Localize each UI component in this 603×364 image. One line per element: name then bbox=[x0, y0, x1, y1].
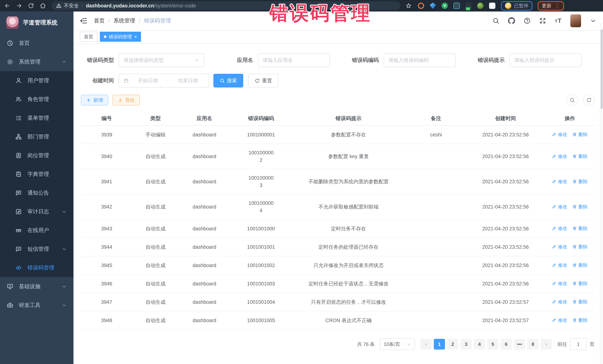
date-range-picker[interactable]: 开始日期 - 结束日期 bbox=[119, 74, 209, 88]
edit-link[interactable]: 修改 bbox=[552, 243, 567, 250]
sidebar-item-2[interactable]: 用户管理 bbox=[0, 71, 73, 90]
search-icon[interactable] bbox=[492, 17, 499, 24]
user-avatar[interactable] bbox=[570, 14, 581, 27]
sidebar-item-0[interactable]: 首页 bbox=[0, 34, 73, 53]
cell-code: 1001001005 bbox=[230, 311, 292, 330]
sidebar-item-7[interactable]: 字典管理 bbox=[0, 165, 73, 184]
delete-link[interactable]: 删除 bbox=[572, 280, 588, 287]
cell-remark bbox=[405, 293, 467, 311]
page-button-1[interactable]: 1 bbox=[434, 339, 445, 350]
cell-remark bbox=[405, 256, 467, 275]
edit-link[interactable]: 修改 bbox=[552, 153, 567, 160]
delete-link[interactable]: 删除 bbox=[572, 316, 588, 324]
sidebar-item-1[interactable]: 系统管理 bbox=[0, 53, 73, 71]
bookmark-star-icon[interactable] bbox=[406, 3, 412, 9]
sidebar-item-10[interactable]: 在线用户 bbox=[0, 221, 73, 240]
delete-link[interactable]: 删除 bbox=[572, 131, 588, 138]
extension-icon-3[interactable]: V bbox=[441, 3, 448, 9]
tab-1[interactable]: 错误码管理× bbox=[100, 32, 141, 42]
date-end[interactable]: 结束日期 bbox=[172, 77, 204, 84]
delete-link[interactable]: 删除 bbox=[572, 298, 588, 305]
page-button-•••[interactable]: ••• bbox=[514, 339, 525, 350]
breadcrumb-item[interactable]: 首页 bbox=[94, 17, 105, 24]
paused-badge[interactable]: 已暂停 bbox=[501, 1, 533, 11]
export-button[interactable]: 导出 bbox=[113, 95, 140, 105]
delete-link[interactable]: 删除 bbox=[572, 243, 588, 250]
date-start[interactable]: 开始日期 bbox=[132, 77, 164, 84]
edit-link[interactable]: 修改 bbox=[552, 131, 567, 138]
delete-link[interactable]: 删除 bbox=[572, 153, 588, 160]
page-scrollbar[interactable] bbox=[600, 23, 603, 364]
cell-id: 3946 bbox=[81, 275, 132, 293]
refresh-table-button[interactable] bbox=[583, 94, 595, 106]
next-page-button[interactable]: › bbox=[541, 339, 552, 350]
kebab-menu-icon[interactable]: ⋮ bbox=[554, 3, 560, 9]
sidebar-item-11[interactable]: 短信管理 bbox=[0, 240, 73, 258]
edit-link[interactable]: 修改 bbox=[552, 261, 567, 269]
app-name-input[interactable] bbox=[263, 57, 325, 63]
cell-msg: 定时任务已经处于该状态，无需修改 bbox=[292, 275, 405, 293]
error-msg-input[interactable] bbox=[514, 57, 577, 63]
sidebar-item-4[interactable]: 菜单管理 bbox=[0, 109, 73, 127]
page-button-5[interactable]: 5 bbox=[487, 339, 498, 350]
scrollbar-thumb[interactable] bbox=[601, 29, 603, 109]
forward-icon[interactable] bbox=[16, 3, 22, 9]
close-icon[interactable]: × bbox=[134, 34, 137, 39]
github-icon[interactable] bbox=[508, 17, 515, 24]
edit-link[interactable]: 修改 bbox=[552, 203, 567, 210]
sidebar-item-3[interactable]: 角色管理 bbox=[0, 90, 73, 109]
cell-msg: 参数配置 key 重复 bbox=[292, 144, 405, 169]
sidebar-item-13[interactable]: 基础设施 bbox=[0, 277, 73, 296]
sidebar-item-6[interactable]: 岗位管理 bbox=[0, 146, 73, 165]
error-code-input[interactable] bbox=[389, 57, 451, 63]
extension-icon-4[interactable] bbox=[453, 3, 460, 9]
prev-page-button[interactable]: ‹ bbox=[420, 339, 431, 350]
page-button-2[interactable]: 2 bbox=[447, 339, 458, 350]
page-size-select[interactable]: 10条/页 bbox=[380, 338, 415, 350]
page-button-4[interactable]: 4 bbox=[474, 339, 485, 350]
edit-link[interactable]: 修改 bbox=[552, 280, 567, 287]
fullscreen-icon[interactable] bbox=[539, 17, 546, 24]
page-button-6[interactable]: 6 bbox=[500, 339, 512, 350]
logo-row[interactable]: 芋道管理系统 bbox=[0, 11, 73, 34]
extension-icon-2[interactable] bbox=[430, 3, 436, 9]
sidebar-item-5[interactable]: 部门管理 bbox=[0, 127, 73, 146]
sidebar-item-label: 角色管理 bbox=[27, 96, 49, 103]
search-button[interactable]: 搜索 bbox=[213, 74, 243, 88]
delete-link[interactable]: 删除 bbox=[572, 261, 588, 269]
reload-icon[interactable] bbox=[28, 3, 34, 9]
toggle-search-button[interactable] bbox=[566, 94, 578, 106]
delete-link[interactable]: 删除 bbox=[572, 203, 588, 210]
home-icon[interactable] bbox=[40, 3, 46, 9]
sidebar-item-8[interactable]: 通知公告 bbox=[0, 184, 73, 202]
fontsize-icon[interactable]: TT bbox=[555, 17, 562, 24]
page-button-3[interactable]: 3 bbox=[461, 339, 472, 350]
error-type-select[interactable]: 请选择错误码类型 bbox=[119, 53, 204, 67]
chevron-down-icon[interactable] bbox=[590, 17, 597, 24]
add-button[interactable]: 新增 bbox=[81, 95, 108, 105]
sidebar-item-9[interactable]: 审计日志 bbox=[0, 202, 73, 221]
delete-link[interactable]: 删除 bbox=[572, 178, 588, 185]
sidebar-item-14[interactable]: 研发工具 bbox=[0, 296, 73, 315]
edit-link[interactable]: 修改 bbox=[552, 178, 567, 185]
delete-link[interactable]: 删除 bbox=[572, 225, 588, 232]
extension-icon-1[interactable] bbox=[418, 3, 424, 9]
reset-button[interactable]: 重置 bbox=[248, 74, 278, 88]
page-button-8[interactable]: 8 bbox=[527, 339, 538, 350]
puzzle-extension-icon[interactable] bbox=[489, 3, 495, 9]
extension-icon-6[interactable] bbox=[477, 3, 484, 9]
breadcrumb-item[interactable]: 系统管理 bbox=[114, 17, 135, 24]
security-label[interactable]: 不安全 bbox=[64, 2, 79, 9]
edit-link[interactable]: 修改 bbox=[552, 225, 567, 232]
help-icon[interactable] bbox=[524, 17, 531, 24]
edit-link[interactable]: 修改 bbox=[552, 316, 567, 324]
back-icon[interactable] bbox=[4, 3, 10, 9]
sidebar-item-12[interactable]: 错误码管理 bbox=[0, 258, 73, 277]
goto-page-input[interactable] bbox=[570, 338, 587, 350]
hamburger-icon[interactable] bbox=[80, 17, 88, 25]
browser-update-button[interactable]: 更新 ⋮ bbox=[538, 1, 564, 11]
extension-icon-5[interactable] bbox=[465, 3, 472, 9]
tab-0[interactable]: 首页 bbox=[80, 32, 97, 42]
tags-bar: 首页错误码管理× bbox=[73, 30, 603, 44]
edit-link[interactable]: 修改 bbox=[552, 298, 567, 305]
